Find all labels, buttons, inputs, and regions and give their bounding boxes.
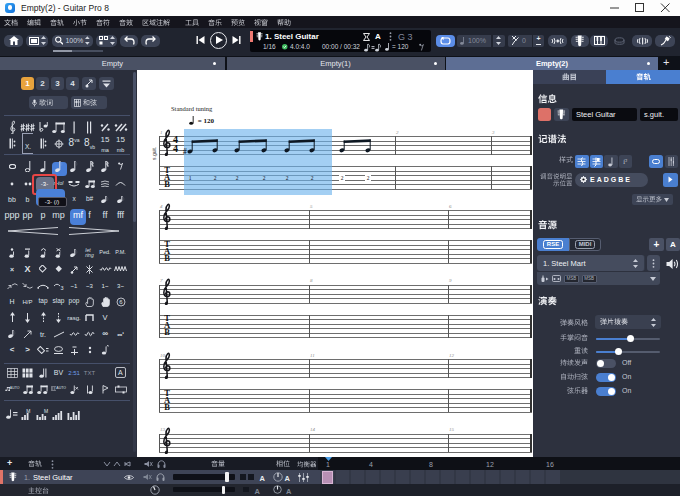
svg-text:A: A	[118, 369, 123, 376]
svg-text:M: M	[44, 409, 48, 414]
svg-text:3: 3	[61, 284, 64, 290]
svg-text:6: 6	[119, 299, 123, 305]
svg-text:M: M	[26, 409, 30, 414]
